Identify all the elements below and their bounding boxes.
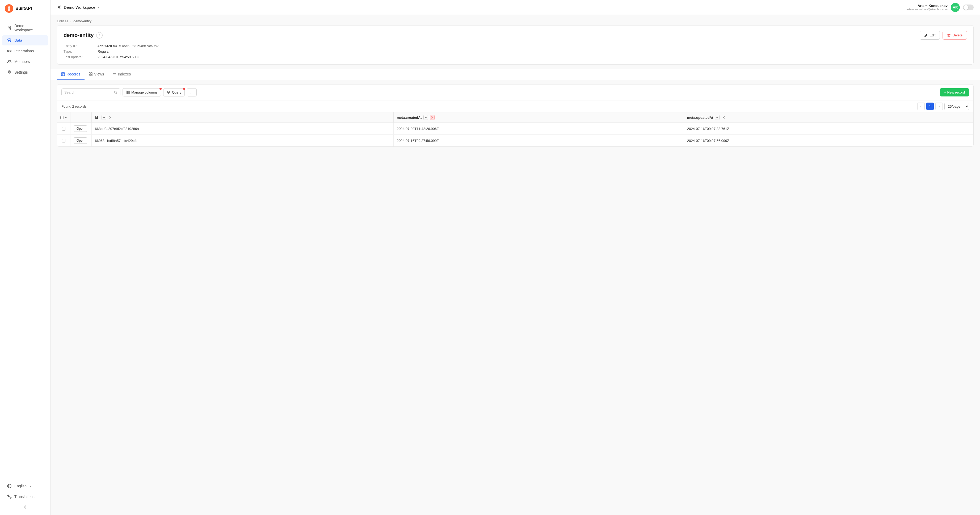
entity-meta-update: Last update: 2024-04-23T07:54:59.603Z [64, 55, 967, 59]
entity-name: demo-entity [64, 32, 94, 38]
header-workspace[interactable]: Demo Workspace ▾ [57, 5, 99, 10]
entity-meta-type: Type: Regular [64, 49, 967, 53]
page-next-button[interactable]: › [935, 103, 943, 110]
edit-button[interactable]: Edit [920, 31, 940, 40]
th-id: id_ − ✕ [92, 113, 394, 123]
svg-point-2 [10, 26, 11, 27]
entity-title-row: demo-entity ∧ [64, 32, 103, 38]
th-updated-x[interactable]: ✕ [721, 115, 726, 120]
open-record-button[interactable]: Open [74, 126, 87, 132]
pagination: ‹ 1 › 25/page 50/page 100/page [917, 103, 969, 110]
th-checkbox [57, 113, 70, 123]
select-all-checkbox[interactable] [60, 116, 64, 119]
new-record-button[interactable]: + New record [940, 88, 969, 97]
row-updated-cell: 2024-07-16T09:27:33.761Z [684, 123, 974, 135]
breadcrumb-current: demo-entity [73, 19, 91, 23]
entity-card: demo-entity ∧ Edit [57, 25, 974, 65]
checkbox-dropdown-icon[interactable] [65, 117, 67, 118]
svg-rect-27 [89, 73, 91, 74]
breadcrumb-separator: / [70, 19, 72, 23]
app-name: BuiltAPI [16, 6, 32, 11]
records-toolbar: Manage columns Query ... [57, 84, 974, 100]
entity-header: demo-entity ∧ Edit [64, 31, 967, 40]
sidebar-item-data[interactable]: Data [2, 35, 48, 45]
page-prev-button[interactable]: ‹ [917, 103, 925, 110]
edit-icon [924, 33, 928, 37]
delete-label: Delete [952, 33, 963, 37]
row-checkbox[interactable] [62, 127, 65, 130]
found-records-label: Found 2 records [61, 105, 87, 108]
members-icon [7, 59, 12, 64]
user-avatar[interactable]: AR [951, 3, 960, 12]
views-tab-icon [89, 72, 92, 76]
search-input[interactable] [64, 91, 112, 94]
row-checkbox[interactable] [62, 139, 65, 142]
sidebar-item-english[interactable]: English ▾ [2, 481, 48, 491]
page-1-button[interactable]: 1 [926, 103, 934, 110]
new-record-label: + New record [944, 91, 965, 94]
sidebar-collapse-button[interactable] [0, 502, 50, 512]
th-updated-minus[interactable]: − [715, 115, 719, 120]
breadcrumb: Entities / demo-entity [51, 15, 980, 25]
user-info: Artem Konouchov artem.konuchov@wiredhut.… [906, 4, 948, 11]
collapse-icon [23, 505, 27, 509]
sidebar-item-settings[interactable]: Settings [2, 67, 48, 77]
row-checkbox-cell [57, 135, 70, 147]
app-logo[interactable]: BuiltAPI [0, 0, 50, 17]
row-checkbox-cell [57, 123, 70, 135]
header-workspace-dropdown-icon[interactable]: ▾ [97, 6, 99, 9]
toggle-knob [964, 5, 968, 10]
user-email: artem.konuchov@wiredhut.com [906, 8, 948, 11]
svg-line-35 [116, 93, 117, 94]
th-created-minus[interactable]: − [423, 115, 428, 120]
query-button[interactable]: Query [163, 88, 185, 97]
english-dropdown-icon[interactable]: ▾ [30, 485, 31, 488]
row-created-cell: 2024-07-08T11:42:26.906Z [393, 123, 684, 135]
entity-actions: Edit Delete [920, 31, 967, 40]
sidebar-bottom: English ▾ Translations [0, 477, 50, 515]
sidebar-settings-label: Settings [14, 70, 28, 75]
sidebar-nav: Demo Workspace Data Integrations [0, 17, 50, 477]
sidebar: BuiltAPI Demo Workspace Data [0, 0, 51, 515]
th-id-minus[interactable]: − [102, 115, 106, 120]
header: Demo Workspace ▾ Artem Konouchov artem.k… [51, 0, 980, 15]
sidebar-item-integrations[interactable]: Integrations [2, 46, 48, 56]
sidebar-item-translations[interactable]: Translations [2, 492, 48, 502]
page-content: Entities / demo-entity demo-entity ∧ Ed [51, 15, 980, 515]
tab-views-label: Views [94, 72, 104, 76]
open-record-button[interactable]: Open [74, 137, 87, 144]
data-icon [7, 38, 12, 43]
records-meta: Found 2 records ‹ 1 › 25/page 50/page 10… [57, 100, 974, 113]
entity-collapse-button[interactable]: ∧ [96, 32, 103, 38]
breadcrumb-parent[interactable]: Entities [57, 19, 68, 23]
th-id-x[interactable]: ✕ [108, 115, 113, 120]
manage-columns-button[interactable]: Manage columns [123, 88, 161, 97]
th-updated-at: meta.updatedAt − ✕ [684, 113, 974, 123]
tab-indexes[interactable]: Indexes [108, 69, 135, 80]
svg-rect-8 [10, 50, 11, 52]
sidebar-item-workspace[interactable]: Demo Workspace [2, 21, 48, 35]
row-updated-cell: 2024-07-16T09:27:56.099Z [684, 135, 974, 147]
svg-rect-29 [89, 75, 91, 76]
records-tab-icon [61, 72, 65, 76]
svg-point-11 [10, 60, 11, 61]
tab-views[interactable]: Views [84, 69, 108, 80]
tabs-bar: Records Views Indexes [51, 69, 980, 80]
sidebar-workspace-label: Demo Workspace [14, 24, 43, 32]
search-icon [114, 91, 118, 94]
more-label: ... [190, 91, 193, 94]
manage-columns-badge [159, 88, 162, 90]
page-size-select[interactable]: 25/page 50/page 100/page [944, 103, 969, 110]
tab-records[interactable]: Records [57, 69, 84, 80]
records-section: Manage columns Query ... [57, 84, 974, 147]
theme-toggle[interactable] [963, 5, 974, 10]
delete-button[interactable]: Delete [942, 31, 967, 40]
more-button[interactable]: ... [187, 88, 197, 97]
header-workspace-icon [57, 5, 62, 10]
svg-rect-37 [127, 91, 129, 94]
sidebar-integrations-label: Integrations [14, 49, 34, 53]
th-created-x[interactable]: ✕ [430, 115, 434, 120]
sidebar-item-members[interactable]: Members [2, 57, 48, 67]
manage-columns-label: Manage columns [131, 91, 158, 94]
sidebar-members-label: Members [14, 59, 30, 64]
